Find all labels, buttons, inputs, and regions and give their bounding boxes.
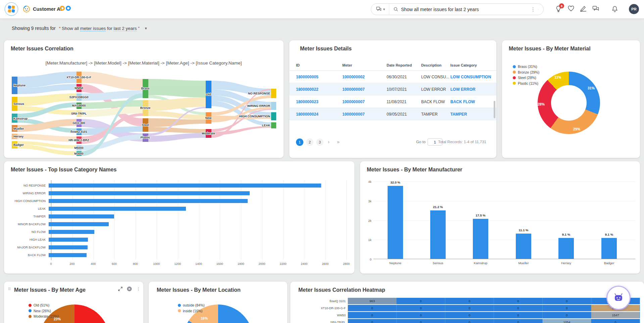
entity-meter-issues[interactable]: meter issues — [80, 26, 106, 31]
page-button-1[interactable]: 1 — [296, 138, 303, 146]
scrollbar[interactable] — [494, 101, 495, 118]
legend-item[interactable]: New (26%) — [29, 309, 59, 313]
chevron-down-icon: ▼ — [383, 8, 386, 11]
last-page-icon[interactable]: » — [337, 139, 340, 145]
slice-label: 23% — [54, 317, 61, 321]
location-legend: outside (84%) inside (16%) — [178, 303, 205, 313]
heatmap-cell[interactable]: 0 — [445, 305, 494, 311]
heatmap-cell[interactable]: 963 — [348, 298, 397, 304]
expand-icon[interactable] — [118, 287, 122, 291]
close-icon[interactable] — [127, 286, 132, 291]
category-link[interactable]: LOW ERROR — [450, 87, 476, 92]
microphone-icon[interactable] — [538, 6, 543, 12]
next-page-icon[interactable]: › — [328, 139, 330, 145]
bar-value-label: 21.2 % — [433, 205, 443, 209]
heatmap-cell[interactable]: 0 — [494, 319, 543, 323]
app-launcher-button[interactable] — [5, 2, 18, 16]
annotate-button[interactable] — [580, 6, 587, 12]
meter-link[interactable]: 1000000007 — [342, 99, 365, 104]
legend-item[interactable]: Plastic (11%) — [513, 81, 539, 85]
heatmap-cell[interactable]: 1547 — [591, 312, 640, 318]
category-link[interactable]: BACK FLOW — [450, 99, 475, 104]
heatmap-cell[interactable]: 0 — [494, 312, 543, 318]
heatmap-cell[interactable]: 0 — [397, 298, 445, 304]
age-legend: Old (51%) New (26%) Moderate (23%) — [29, 303, 59, 318]
entity-timerange[interactable]: last 2 years — [114, 26, 137, 31]
heatmap-cell[interactable]: 0 — [397, 319, 445, 323]
avatar[interactable]: PR — [629, 4, 639, 14]
vbar-chart[interactable]: 32.0 % 21.2 % 17.5 % 11.1 % 9.1 % 9.1 % — [374, 181, 635, 259]
id-link[interactable]: 1800000024 — [296, 112, 318, 117]
id-link[interactable]: 1800000022 — [296, 87, 318, 92]
legend-item[interactable]: Old (51%) — [29, 303, 59, 307]
meter-link[interactable]: 1000000002 — [342, 75, 365, 79]
drag-handle-icon[interactable]: ⠿ — [8, 287, 10, 291]
id-link[interactable]: 1800000005 — [296, 75, 318, 79]
sankey-chart[interactable]: [Meter.Manufacturer] -> [Meter.Model] ->… — [4, 40, 284, 158]
heatmap-cell[interactable]: 0 — [543, 298, 591, 304]
meter-link[interactable]: 1000000007 — [342, 112, 365, 117]
robot-icon — [612, 291, 625, 305]
hbar-chart[interactable]: NO RESPONSE WIRING ERROR HIGH CONSUMPTIO… — [11, 180, 346, 260]
heatmap-row: XT10-DR-100-G-F 0 0 0 0 0 2203 — [297, 305, 637, 311]
heatmap-cell[interactable]: 0 — [591, 319, 640, 323]
search-options-kebab-icon[interactable]: ⋮ — [528, 6, 538, 12]
heatmap-cell[interactable]: 0 — [543, 305, 591, 311]
kebab-icon[interactable]: ⋮ — [136, 286, 141, 291]
col-header-date[interactable]: Date Reported — [387, 63, 412, 67]
y-tick: 3k — [360, 199, 371, 203]
table-row: 1800000024 1000000007 09/05/2021 TAMPER … — [289, 108, 496, 120]
heatmap-cell[interactable]: 1054 — [543, 319, 591, 323]
bar-badger: 9.1 % — [594, 233, 625, 259]
ideas-button[interactable]: 8 — [555, 6, 561, 12]
heatmap-grid[interactable]: flowIQ 3101 963 0 0 0 0 0 XT10-DR-100-G-… — [297, 298, 637, 323]
svg-text:Brass: Brass — [141, 87, 149, 90]
search-bar[interactable]: ▼ ⋮ — [371, 3, 544, 15]
card-title: Meter Issues - By Meter Material — [509, 46, 591, 52]
col-header-id[interactable]: ID — [296, 63, 300, 67]
id-link[interactable]: 1800000023 — [296, 99, 318, 104]
legend-item[interactable]: Steel (28%) — [513, 76, 539, 80]
company-logo-icon — [60, 6, 71, 11]
col-header-description[interactable]: Description — [421, 63, 442, 67]
meter-link[interactable]: 1000000007 — [342, 87, 365, 92]
desc-cell: LOW CONSU... — [421, 75, 449, 79]
category-link[interactable]: TAMPER — [450, 112, 467, 117]
alerts-button[interactable] — [612, 6, 618, 12]
heatmap-cell[interactable]: 0 — [348, 312, 397, 318]
legend-item[interactable]: Bronze (29%) — [513, 70, 539, 74]
donut-chart[interactable] — [538, 72, 600, 134]
page-button-2[interactable]: 2 — [306, 138, 313, 146]
heatmap-cell[interactable]: 0 — [445, 298, 494, 304]
heatmap-cell[interactable]: 0 — [494, 305, 543, 311]
conversations-button[interactable] — [592, 6, 599, 12]
page-button-3[interactable]: 3 — [316, 138, 324, 146]
x-tick: 1400 — [195, 262, 202, 266]
heatmap-cell[interactable]: 0 — [543, 312, 591, 318]
bar-value-label: 17.5 % — [476, 213, 486, 217]
heatmap-cell[interactable]: 0 — [445, 312, 494, 318]
query-dropdown-caret[interactable]: ▼ — [144, 27, 148, 30]
sankey-nodes-age[interactable] — [206, 81, 211, 138]
heatmap-cell[interactable]: 0 — [397, 312, 445, 318]
heatmap-cell[interactable]: 0 — [445, 319, 494, 323]
heatmap-cell[interactable]: 0 — [397, 305, 445, 311]
col-header-meter[interactable]: Meter — [342, 63, 352, 67]
search-input[interactable] — [398, 7, 528, 12]
slice-label: 16% — [201, 316, 208, 320]
category-link[interactable]: LOW CONSUMPTION — [450, 75, 491, 79]
heatmap-cell[interactable]: 0 — [348, 319, 397, 323]
legend-item[interactable]: Brass (31%) — [513, 65, 539, 69]
heatmap-cell[interactable]: 0 — [348, 305, 397, 311]
col-header-category[interactable]: Issue Category — [450, 63, 477, 67]
legend-item[interactable]: outside (84%) — [178, 303, 205, 307]
hbar-label: NO RESPONSE — [11, 184, 48, 187]
sankey-nodes-issue[interactable] — [271, 89, 276, 128]
legend-item[interactable]: inside (16%) — [178, 309, 205, 313]
bar-neptune: 32.0 % — [380, 180, 411, 259]
assistant-chat-button[interactable] — [606, 286, 631, 310]
search-mode-dropdown[interactable]: ▼ — [371, 4, 389, 15]
search-icon — [393, 7, 398, 12]
heatmap-cell[interactable]: 0 — [494, 298, 543, 304]
favorites-button[interactable] — [568, 6, 574, 12]
